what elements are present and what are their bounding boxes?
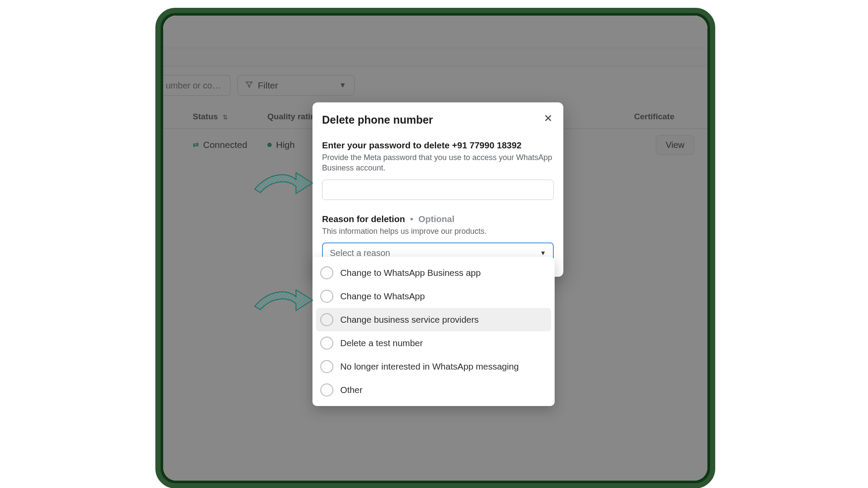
close-button[interactable]: ✕ [542,112,555,125]
reason-option-label: Change to WhatsApp Business app [340,268,481,278]
modal-title: Delete phone number [322,114,554,126]
password-input[interactable] [322,180,554,200]
separator-dot: • [410,214,413,224]
password-section: Enter your password to delete +91 77990 … [322,140,554,200]
reason-option[interactable]: Change business service providers [316,308,551,331]
radio-icon [320,337,333,350]
reason-help: This information helps us improve our pr… [322,226,554,236]
reason-label: Reason for deletion • Optional [322,214,554,224]
reason-option-label: No longer interested in WhatsApp messagi… [340,361,519,372]
reason-option-label: Change to WhatsApp [340,291,425,301]
reason-option[interactable]: Delete a test number [316,331,551,355]
reason-section: Reason for deletion • Optional This info… [322,214,554,264]
reason-option[interactable]: No longer interested in WhatsApp messagi… [316,355,551,378]
reason-option[interactable]: Other [316,378,551,402]
radio-icon [320,266,333,279]
radio-icon [320,290,333,303]
radio-icon [320,313,333,326]
reason-option-label: Change business service providers [340,314,479,325]
password-help: Provide the Meta password that you use t… [322,152,554,174]
radio-icon [320,383,333,396]
delete-phone-modal: Delete phone number ✕ Enter your passwor… [312,102,563,277]
optional-tag: Optional [418,214,454,224]
reason-option-label: Other [340,385,362,395]
reason-dropdown-list: Change to WhatsApp Business app Change t… [312,257,555,406]
reason-option[interactable]: Change to WhatsApp [316,285,551,308]
device-frame: umber or co… Filter ▼ Stat [155,8,715,488]
close-icon: ✕ [544,112,552,124]
reason-option-label: Delete a test number [340,338,423,348]
app-viewport: umber or co… Filter ▼ Stat [163,16,707,481]
password-label: Enter your password to delete +91 77990 … [322,140,554,151]
radio-icon [320,360,333,373]
reason-label-text: Reason for deletion [322,214,405,224]
reason-option[interactable]: Change to WhatsApp Business app [316,261,551,285]
chevron-down-icon: ▼ [540,249,546,256]
